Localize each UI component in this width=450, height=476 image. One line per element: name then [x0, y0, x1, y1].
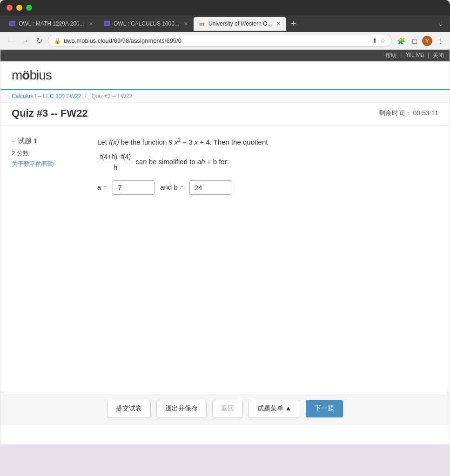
browser-tab-1[interactable]: 🆆 OWL : MATH 1229A 200... ✕: [4, 17, 97, 31]
timer: 剩余时间： 00:53:11: [379, 109, 438, 118]
separator1: |: [400, 52, 402, 60]
question-help-link[interactable]: 关于数字的帮助: [12, 160, 54, 167]
tab2-label: OWL : CALCULUS 1000...: [114, 20, 179, 27]
fraction-denominator: h: [112, 162, 119, 172]
breadcrumb-current: Quiz #3 -- FW22: [91, 93, 132, 99]
tab1-label: OWL : MATH 1229A 200...: [19, 20, 84, 27]
answer-b-label: and b =: [160, 182, 183, 193]
separator2: |: [428, 52, 429, 60]
tab2-close[interactable]: ✕: [184, 21, 188, 27]
extensions-icon[interactable]: 🧩: [396, 36, 407, 46]
page-footer: 提交试卷 退出并保存 返回 试题菜单 ▲ 下一题: [0, 392, 450, 425]
user-link[interactable]: Yilu Ma: [405, 52, 424, 60]
math-fraction-block: f(4+h)−f(4) h can be simplified to ah + …: [97, 152, 438, 173]
timer-label: 剩余时间：: [379, 109, 411, 117]
mobius-header: möbius: [0, 61, 450, 90]
url-text: uwo.mobius.cloud/69/98/assignments/695/0: [64, 37, 369, 44]
next-button[interactable]: 下一题: [306, 400, 343, 417]
tab-more-button[interactable]: ⌄: [435, 20, 446, 27]
breadcrumb-sep: /: [85, 93, 86, 99]
problem-text-5: can be simplified to ah + b for:: [135, 158, 229, 165]
quiz-title: Quiz #3 -- FW22: [12, 107, 88, 119]
back-nav-button[interactable]: ←: [5, 36, 16, 46]
fraction: f(4+h)−f(4) h: [98, 152, 133, 173]
problem-func: f(x): [109, 138, 119, 146]
empty-space: [0, 206, 450, 392]
question-menu-button[interactable]: 试题菜单 ▲: [249, 400, 301, 417]
help-link[interactable]: 帮助: [385, 52, 396, 60]
quiz-header: Quiz #3 -- FW22 剩余时间： 00:53:11: [0, 103, 450, 126]
browser-tab-2[interactable]: 🆆 OWL : CALCULUS 1000... ✕: [99, 17, 192, 31]
forward-nav-button[interactable]: →: [20, 36, 31, 46]
collapse-icon[interactable]: −: [12, 138, 15, 145]
breadcrumb-course[interactable]: Calculus I -- LEC 200 FW22: [12, 93, 81, 99]
tab1-close[interactable]: ✕: [89, 21, 93, 27]
close-link[interactable]: 关闭: [433, 52, 444, 60]
problem-text-2: be the function 9 x2 − 3 x + 4. Then the…: [119, 138, 268, 146]
question-area: − 试题 1 2 分数 关于数字的帮助 Let f(x) be the func…: [0, 126, 450, 206]
reload-button[interactable]: ↻: [34, 35, 44, 46]
share-icon: ⬆: [372, 37, 377, 44]
fraction-numerator: f(4+h)−f(4): [98, 152, 133, 162]
question-content: Let f(x) be the function 9 x2 − 3 x + 4.…: [97, 137, 438, 195]
traffic-light-red[interactable]: [7, 5, 13, 11]
mobius-logo: möbius: [12, 68, 438, 83]
tab2-favicon: 🆆: [104, 20, 111, 27]
browser-tab-3[interactable]: m University of Western O... ✕: [194, 17, 286, 31]
answer-row: a = and b =: [97, 180, 438, 195]
traffic-light-yellow[interactable]: [16, 5, 22, 11]
question-label: − 试题 1: [12, 137, 86, 145]
exit-save-button[interactable]: 退出并保存: [156, 400, 207, 417]
problem-statement: Let f(x) be the function 9 x2 − 3 x + 4.…: [97, 137, 438, 148]
tab3-favicon: m: [199, 20, 206, 27]
question-number: 试题 1: [18, 137, 38, 145]
tab3-close[interactable]: ✕: [276, 21, 281, 27]
question-sidebar: − 试题 1 2 分数 关于数字的帮助: [12, 137, 86, 195]
timer-value: 00:53:11: [413, 109, 439, 117]
address-bar[interactable]: 🔒 uwo.mobius.cloud/69/98/assignments/695…: [48, 35, 392, 46]
top-bar: 帮助 | Yilu Ma | 关闭: [0, 50, 450, 61]
answer-a-input[interactable]: [113, 180, 154, 195]
tab1-favicon: 🆆: [9, 20, 16, 27]
problem-text-1: Let: [97, 138, 109, 146]
answer-a-label: a =: [97, 182, 107, 193]
menu-icon[interactable]: ⋮: [435, 36, 445, 46]
breadcrumb: Calculus I -- LEC 200 FW22 / Quiz #3 -- …: [0, 90, 450, 103]
back-button[interactable]: 返回: [212, 400, 243, 417]
new-tab-button[interactable]: +: [288, 19, 299, 29]
profile-icon[interactable]: Y: [422, 36, 432, 46]
traffic-light-green[interactable]: [26, 5, 32, 11]
submit-button[interactable]: 提交试卷: [107, 400, 151, 417]
answer-b-input[interactable]: [189, 180, 231, 195]
bookmark-icon: ☆: [380, 37, 386, 44]
lock-icon: 🔒: [54, 38, 61, 44]
tab3-label: University of Western O...: [208, 20, 272, 27]
question-points: 2 分数: [12, 149, 86, 158]
split-view-icon[interactable]: ◻: [410, 36, 419, 46]
